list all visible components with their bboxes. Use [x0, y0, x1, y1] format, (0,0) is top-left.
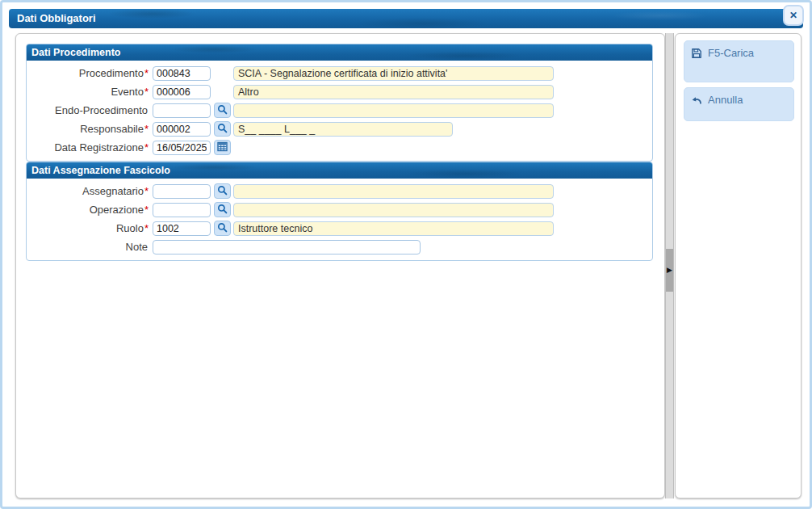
procedimento-row: Procedimento* SCIA - Segnalazione certif… — [27, 64, 652, 82]
assegnatario-description-field — [233, 184, 554, 199]
note-input[interactable] — [153, 240, 421, 254]
assegnatario-search-button[interactable] — [214, 183, 231, 199]
dati-assegnazione-fascicolo-header: Dati Assegnazione Fascicolo — [27, 162, 652, 179]
calendar-icon — [217, 141, 228, 154]
actions-panel: F5-Carica Annulla — [675, 33, 802, 498]
procedimento-label: Procedimento — [79, 67, 144, 79]
ruolo-row: Ruolo* Istruttore tecnico — [27, 219, 652, 238]
evento-label: Evento — [111, 86, 143, 98]
dati-obbligatori-dialog: Dati Obbligatori ✕ Dati Procedimento Pro… — [0, 0, 812, 509]
dialog-titlebar: Dati Obbligatori — [9, 9, 803, 28]
responsabile-description-field: S__ ____ L___ _ — [233, 122, 453, 137]
note-label: Note — [126, 241, 148, 253]
dialog-title: Dati Obbligatori — [9, 9, 803, 28]
operazione-description-field — [233, 203, 554, 217]
annulla-button[interactable]: Annulla — [684, 87, 794, 121]
evento-row: Evento* Altro — [27, 82, 652, 101]
operazione-row: Operazione* — [27, 200, 652, 219]
dati-procedimento-fieldset: Dati Procedimento Procedimento* SCIA - S… — [26, 44, 653, 162]
endo-procedimento-search-button[interactable] — [214, 103, 231, 118]
required-mark: * — [144, 141, 149, 154]
data-registrazione-input[interactable] — [153, 141, 211, 155]
assegnatario-row: Assegnatario* — [27, 182, 652, 200]
close-icon: ✕ — [789, 11, 797, 20]
ruolo-code-input[interactable] — [153, 221, 211, 236]
search-icon — [217, 104, 228, 117]
data-registrazione-calendar-button[interactable] — [214, 140, 231, 155]
operazione-search-button[interactable] — [214, 202, 231, 217]
panel-splitter: ▶ — [665, 33, 674, 498]
responsabile-row: Responsabile* S__ ____ L___ _ — [27, 120, 652, 138]
f5-carica-label: F5-Carica — [708, 47, 754, 59]
close-button[interactable]: ✕ — [783, 5, 804, 26]
f5-carica-button[interactable]: F5-Carica — [684, 40, 794, 82]
required-mark: * — [144, 123, 149, 135]
responsabile-search-button[interactable] — [214, 121, 231, 137]
splitter-collapse-handle[interactable]: ▶ — [666, 249, 673, 292]
ruolo-label: Ruolo — [116, 222, 144, 234]
search-icon — [217, 222, 228, 235]
data-registrazione-row: Data Registrazione* — [27, 138, 652, 157]
note-row: Note — [27, 238, 652, 256]
required-mark: * — [144, 222, 149, 234]
responsabile-code-input[interactable] — [153, 122, 211, 137]
search-icon — [217, 185, 228, 198]
procedimento-description-field: SCIA - Segnalazione certificata di inizi… — [233, 66, 554, 81]
data-registrazione-label: Data Registrazione — [54, 141, 144, 154]
annulla-label: Annulla — [708, 94, 743, 106]
operazione-label: Operazione — [90, 204, 144, 216]
operazione-code-input[interactable] — [153, 203, 211, 217]
endo-procedimento-label: Endo-Procedimento — [55, 104, 148, 116]
undo-icon — [691, 95, 702, 106]
assegnatario-code-input[interactable] — [153, 184, 211, 199]
dati-assegnazione-fascicolo-fieldset: Dati Assegnazione Fascicolo Assegnatario… — [26, 162, 653, 261]
required-mark: * — [144, 185, 149, 197]
assegnatario-label: Assegnatario — [82, 185, 144, 197]
endo-procedimento-row: Endo-Procedimento — [27, 101, 652, 120]
required-mark: * — [144, 204, 149, 216]
evento-code-input[interactable] — [153, 85, 211, 99]
search-icon — [217, 123, 228, 136]
required-mark: * — [144, 86, 149, 98]
search-icon — [217, 204, 228, 217]
required-mark: * — [144, 67, 149, 79]
ruolo-description-field: Istruttore tecnico — [233, 221, 554, 236]
save-icon — [691, 48, 702, 59]
responsabile-label: Responsabile — [80, 123, 144, 135]
expand-arrow-icon: ▶ — [667, 267, 672, 274]
dati-procedimento-header: Dati Procedimento — [27, 44, 652, 61]
ruolo-search-button[interactable] — [214, 221, 231, 236]
endo-procedimento-description-field — [233, 103, 554, 118]
procedimento-code-input[interactable] — [153, 66, 211, 81]
evento-description-field: Altro — [233, 85, 554, 99]
form-panel: Dati Procedimento Procedimento* SCIA - S… — [15, 33, 665, 498]
endo-procedimento-code-input[interactable] — [153, 103, 211, 118]
